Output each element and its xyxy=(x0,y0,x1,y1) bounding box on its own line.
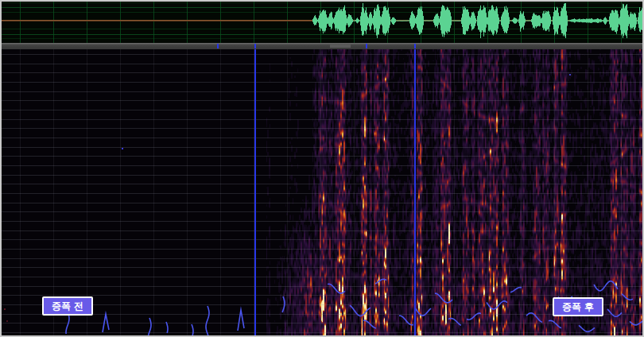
marker-tick xyxy=(366,44,367,48)
marker-tick xyxy=(254,44,256,48)
before-amplify-text: 증폭 전 xyxy=(52,300,83,313)
track-divider[interactable] xyxy=(2,43,642,49)
audio-editor-view: 증폭 전 증폭 후 xyxy=(0,0,644,337)
after-amplify-label: 증폭 후 xyxy=(553,297,603,316)
marker-tick xyxy=(217,44,219,48)
time-marker-line-1[interactable] xyxy=(254,49,256,335)
spectrogram-display[interactable] xyxy=(2,49,642,335)
before-amplify-label: 증폭 전 xyxy=(42,296,93,316)
waveform-display[interactable] xyxy=(2,2,642,43)
after-amplify-text: 증폭 후 xyxy=(562,300,594,314)
time-marker-line-2[interactable] xyxy=(414,49,416,335)
divider-handle xyxy=(330,45,351,48)
marker-tick xyxy=(414,44,416,48)
